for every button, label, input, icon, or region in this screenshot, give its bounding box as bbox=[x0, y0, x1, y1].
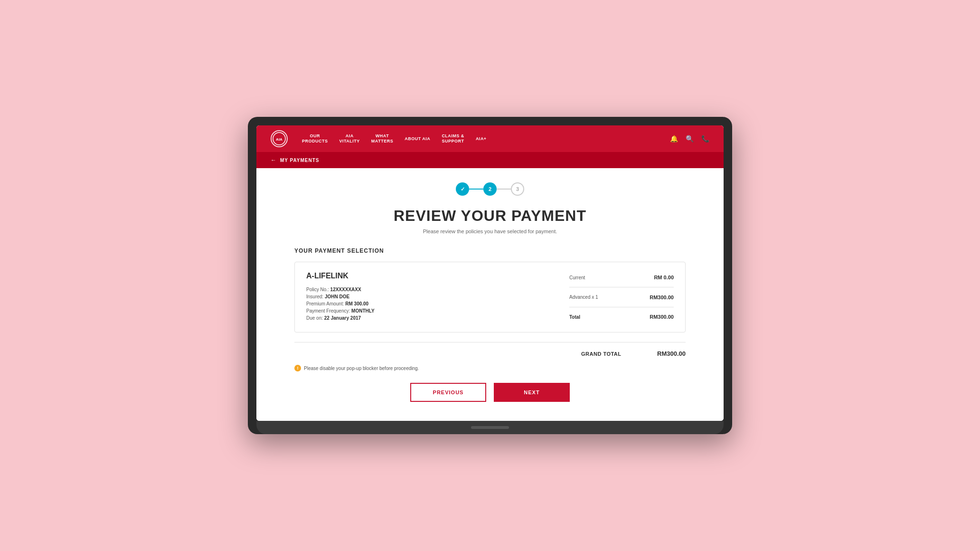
navigation: AIA OURPRODUCTS AIAVITALITY WHATMATTERS … bbox=[256, 125, 724, 152]
grand-total-label: GRAND TOTAL bbox=[581, 351, 622, 357]
amount-details: Current RM 0.00 Advanced x 1 RM300.00 To… bbox=[569, 272, 674, 323]
premium-label: Premium Amount: bbox=[306, 301, 344, 306]
logo[interactable]: AIA bbox=[271, 130, 288, 147]
laptop-frame: AIA OURPRODUCTS AIAVITALITY WHATMATTERS … bbox=[248, 117, 732, 434]
due-row: Due on: 22 January 2017 bbox=[306, 315, 569, 321]
policy-name: A-LIFELINK bbox=[306, 272, 569, 280]
laptop-base bbox=[256, 421, 724, 434]
step-1-checkmark-icon: ✓ bbox=[461, 186, 465, 192]
previous-button[interactable]: PREVIOUS bbox=[410, 383, 486, 402]
payment-card: A-LIFELINK Policy No.: 12XXXXXAXX Insure… bbox=[294, 262, 686, 332]
page-subtitle: Please review the policies you have sele… bbox=[294, 228, 686, 234]
step-2: 2 bbox=[483, 182, 497, 196]
insured-row: Insured: JOHN DOE bbox=[306, 294, 569, 299]
aia-logo: AIA bbox=[271, 130, 288, 147]
search-icon[interactable]: 🔍 bbox=[686, 135, 694, 142]
nav-about-aia[interactable]: ABOUT AIA bbox=[405, 136, 430, 142]
step-2-label: 2 bbox=[489, 186, 491, 192]
frequency-value: MONTHLY bbox=[351, 308, 375, 314]
premium-row: Premium Amount: RM 300.00 bbox=[306, 301, 569, 306]
total-row: Total RM300.00 bbox=[569, 311, 674, 323]
step-1: ✓ bbox=[456, 182, 469, 196]
step-3-label: 3 bbox=[516, 186, 519, 192]
breadcrumb-bar: ← MY PAYMENTS bbox=[256, 152, 724, 168]
page-title: REVIEW YOUR PAYMENT bbox=[294, 207, 686, 225]
current-value: RM 0.00 bbox=[654, 275, 674, 280]
grand-total-value: RM300.00 bbox=[657, 350, 686, 357]
nav-claims-support[interactable]: CLAIMS &SUPPORT bbox=[442, 133, 464, 144]
policy-no-row: Policy No.: 12XXXXXAXX bbox=[306, 287, 569, 292]
current-amount-row: Current RM 0.00 bbox=[569, 272, 674, 283]
advanced-label: Advanced x 1 bbox=[569, 294, 598, 300]
warning-icon: ! bbox=[294, 365, 301, 371]
section-title: YOUR PAYMENT SELECTION bbox=[294, 247, 686, 254]
nav-actions: 🔔 🔍 📞 bbox=[670, 135, 709, 142]
frequency-label: Payment Frequency: bbox=[306, 308, 350, 314]
total-label: Total bbox=[569, 314, 580, 320]
total-value: RM300.00 bbox=[650, 314, 674, 320]
stepper: ✓ 2 3 bbox=[294, 182, 686, 196]
nav-aia-plus[interactable]: AIA+ bbox=[476, 136, 487, 142]
policy-no-label: Policy No.: bbox=[306, 287, 329, 292]
notification-icon[interactable]: 🔔 bbox=[670, 135, 678, 142]
breadcrumb[interactable]: MY PAYMENTS bbox=[280, 158, 320, 163]
laptop-screen: AIA OURPRODUCTS AIAVITALITY WHATMATTERS … bbox=[256, 125, 724, 421]
main-content: ✓ 2 3 REVIEW YOUR PAYMENT Please review … bbox=[256, 168, 724, 421]
next-button[interactable]: NEXT bbox=[494, 383, 570, 402]
step-line-1-2 bbox=[469, 189, 483, 190]
advanced-value: RM300.00 bbox=[650, 294, 674, 300]
insured-value: JOHN DOE bbox=[325, 294, 349, 299]
amount-divider bbox=[569, 287, 674, 287]
back-arrow-icon[interactable]: ← bbox=[271, 157, 276, 163]
step-3: 3 bbox=[511, 182, 524, 196]
warning-text: Please disable your pop-up blocker befor… bbox=[304, 366, 419, 371]
nav-what-matters[interactable]: WHATMATTERS bbox=[371, 133, 393, 144]
frequency-row: Payment Frequency: MONTHLY bbox=[306, 308, 569, 314]
svg-text:AIA: AIA bbox=[276, 137, 283, 142]
amount-divider-2 bbox=[569, 307, 674, 307]
grand-total-inner: GRAND TOTAL RM300.00 bbox=[581, 350, 686, 357]
warning-row: ! Please disable your pop-up blocker bef… bbox=[294, 365, 686, 371]
laptop-notch bbox=[471, 426, 509, 429]
due-label: Due on: bbox=[306, 315, 323, 321]
advanced-amount-row: Advanced x 1 RM300.00 bbox=[569, 292, 674, 303]
due-value: 22 January 2017 bbox=[324, 315, 361, 321]
insured-label: Insured: bbox=[306, 294, 323, 299]
buttons-row: PREVIOUS NEXT bbox=[294, 383, 686, 402]
nav-our-products[interactable]: OURPRODUCTS bbox=[302, 133, 328, 144]
phone-icon[interactable]: 📞 bbox=[701, 135, 709, 142]
grand-total-section: GRAND TOTAL RM300.00 bbox=[294, 342, 686, 357]
policy-no-value: 12XXXXXAXX bbox=[330, 287, 361, 292]
step-line-2-3 bbox=[497, 189, 511, 190]
premium-value: RM 300.00 bbox=[345, 301, 368, 306]
policy-details: A-LIFELINK Policy No.: 12XXXXXAXX Insure… bbox=[306, 272, 569, 323]
nav-items: OURPRODUCTS AIAVITALITY WHATMATTERS ABOU… bbox=[302, 133, 670, 144]
current-label: Current bbox=[569, 275, 585, 280]
nav-aia-vitality[interactable]: AIAVITALITY bbox=[339, 133, 360, 144]
